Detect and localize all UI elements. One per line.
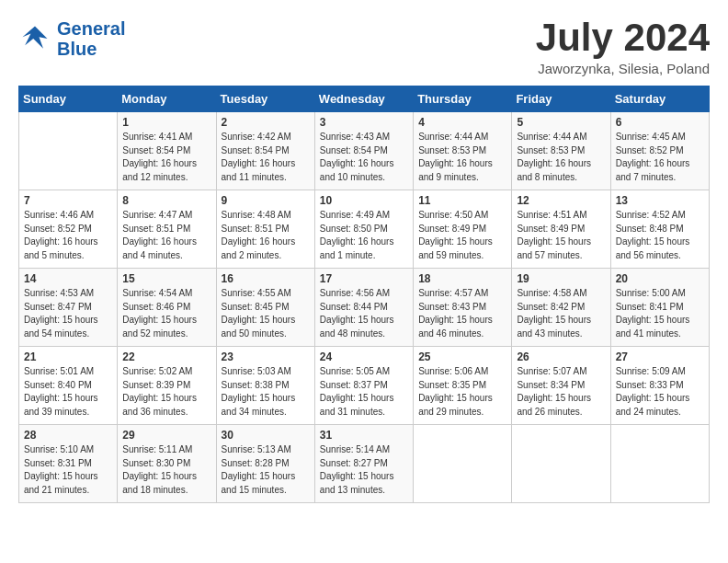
day-number: 25 — [418, 350, 506, 363]
day-info: Sunrise: 4:51 AM Sunset: 8:49 PM Dayligh… — [517, 209, 605, 262]
day-number: 13 — [616, 194, 704, 207]
day-info: Sunrise: 5:09 AM Sunset: 8:33 PM Dayligh… — [616, 365, 704, 419]
calendar-cell: 23Sunrise: 5:03 AM Sunset: 8:38 PM Dayli… — [216, 347, 314, 425]
day-info: Sunrise: 4:45 AM Sunset: 8:52 PM Dayligh… — [616, 131, 704, 184]
day-info: Sunrise: 4:48 AM Sunset: 8:51 PM Dayligh… — [222, 209, 310, 262]
weekday-header: Saturday — [610, 86, 709, 112]
day-number: 18 — [418, 272, 506, 285]
day-info: Sunrise: 5:02 AM Sunset: 8:39 PM Dayligh… — [122, 365, 210, 419]
calendar-cell: 11Sunrise: 4:50 AM Sunset: 8:49 PM Dayli… — [414, 190, 512, 269]
day-info: Sunrise: 4:55 AM Sunset: 8:45 PM Dayligh… — [222, 287, 310, 340]
day-info: Sunrise: 4:58 AM Sunset: 8:42 PM Dayligh… — [517, 287, 605, 340]
day-number: 10 — [320, 194, 408, 207]
day-number: 23 — [222, 350, 310, 363]
day-number: 19 — [517, 272, 605, 285]
day-number: 17 — [320, 272, 408, 285]
day-info: Sunrise: 5:03 AM Sunset: 8:38 PM Dayligh… — [222, 365, 310, 419]
calendar-week-row: 1Sunrise: 4:41 AM Sunset: 8:54 PM Daylig… — [19, 112, 710, 190]
weekday-header: Thursday — [414, 86, 512, 112]
day-number: 30 — [222, 429, 310, 442]
day-number: 11 — [418, 194, 506, 207]
day-info: Sunrise: 4:52 AM Sunset: 8:48 PM Dayligh… — [616, 209, 704, 262]
calendar-cell — [414, 425, 512, 503]
day-info: Sunrise: 4:42 AM Sunset: 8:54 PM Dayligh… — [222, 131, 310, 184]
svg-marker-0 — [23, 27, 48, 49]
day-info: Sunrise: 5:05 AM Sunset: 8:37 PM Dayligh… — [320, 365, 408, 419]
day-number: 5 — [517, 116, 605, 129]
calendar-cell — [610, 425, 709, 503]
location: Jaworzynka, Silesia, Poland — [536, 61, 710, 76]
day-info: Sunrise: 5:07 AM Sunset: 8:34 PM Dayligh… — [517, 365, 605, 419]
calendar-week-row: 21Sunrise: 5:01 AM Sunset: 8:40 PM Dayli… — [19, 347, 710, 425]
day-number: 22 — [122, 350, 210, 363]
calendar-cell: 4Sunrise: 4:44 AM Sunset: 8:53 PM Daylig… — [414, 112, 512, 190]
calendar-cell: 22Sunrise: 5:02 AM Sunset: 8:39 PM Dayli… — [118, 347, 216, 425]
day-number: 26 — [517, 350, 605, 363]
calendar-cell — [19, 112, 118, 190]
page-header: General Blue July 2024 Jaworzynka, Siles… — [18, 18, 710, 76]
calendar-cell: 30Sunrise: 5:13 AM Sunset: 8:28 PM Dayli… — [216, 425, 314, 503]
day-number: 1 — [122, 116, 210, 129]
day-info: Sunrise: 4:43 AM Sunset: 8:54 PM Dayligh… — [320, 131, 408, 184]
calendar-cell: 12Sunrise: 4:51 AM Sunset: 8:49 PM Dayli… — [512, 190, 610, 269]
day-info: Sunrise: 4:44 AM Sunset: 8:53 PM Dayligh… — [517, 131, 605, 184]
calendar-cell: 19Sunrise: 4:58 AM Sunset: 8:42 PM Dayli… — [512, 269, 610, 347]
day-number: 28 — [24, 429, 112, 442]
day-number: 3 — [320, 116, 408, 129]
logo-icon — [18, 22, 51, 55]
logo: General Blue — [18, 18, 125, 59]
calendar-cell — [512, 425, 610, 503]
day-info: Sunrise: 4:46 AM Sunset: 8:52 PM Dayligh… — [24, 209, 112, 262]
calendar-cell: 31Sunrise: 5:14 AM Sunset: 8:27 PM Dayli… — [314, 425, 413, 503]
day-number: 20 — [616, 272, 704, 285]
weekday-header: Monday — [118, 86, 216, 112]
calendar-cell: 6Sunrise: 4:45 AM Sunset: 8:52 PM Daylig… — [610, 112, 709, 190]
day-number: 8 — [122, 194, 210, 207]
calendar-table: SundayMondayTuesdayWednesdayThursdayFrid… — [18, 86, 710, 503]
calendar-cell: 3Sunrise: 4:43 AM Sunset: 8:54 PM Daylig… — [314, 112, 413, 190]
day-info: Sunrise: 4:54 AM Sunset: 8:46 PM Dayligh… — [122, 287, 210, 340]
month-title: July 2024 — [536, 18, 710, 57]
day-info: Sunrise: 4:53 AM Sunset: 8:47 PM Dayligh… — [24, 287, 112, 340]
day-info: Sunrise: 4:50 AM Sunset: 8:49 PM Dayligh… — [418, 209, 506, 262]
day-number: 2 — [222, 116, 310, 129]
calendar-cell: 24Sunrise: 5:05 AM Sunset: 8:37 PM Dayli… — [314, 347, 413, 425]
weekday-header: Sunday — [19, 86, 118, 112]
day-number: 4 — [418, 116, 506, 129]
day-number: 27 — [616, 350, 704, 363]
weekday-header: Wednesday — [314, 86, 413, 112]
calendar-week-row: 7Sunrise: 4:46 AM Sunset: 8:52 PM Daylig… — [19, 190, 710, 269]
calendar-cell: 13Sunrise: 4:52 AM Sunset: 8:48 PM Dayli… — [610, 190, 709, 269]
weekday-header: Friday — [512, 86, 610, 112]
day-info: Sunrise: 4:44 AM Sunset: 8:53 PM Dayligh… — [418, 131, 506, 184]
day-number: 6 — [616, 116, 704, 129]
calendar-cell: 5Sunrise: 4:44 AM Sunset: 8:53 PM Daylig… — [512, 112, 610, 190]
day-number: 14 — [24, 272, 112, 285]
day-number: 24 — [320, 350, 408, 363]
calendar-cell: 21Sunrise: 5:01 AM Sunset: 8:40 PM Dayli… — [19, 347, 118, 425]
calendar-cell: 28Sunrise: 5:10 AM Sunset: 8:31 PM Dayli… — [19, 425, 118, 503]
day-number: 9 — [222, 194, 310, 207]
weekday-header: Tuesday — [216, 86, 314, 112]
day-info: Sunrise: 5:06 AM Sunset: 8:35 PM Dayligh… — [418, 365, 506, 419]
day-info: Sunrise: 5:14 AM Sunset: 8:27 PM Dayligh… — [320, 443, 408, 497]
day-number: 16 — [222, 272, 310, 285]
calendar-cell: 27Sunrise: 5:09 AM Sunset: 8:33 PM Dayli… — [610, 347, 709, 425]
calendar-cell: 10Sunrise: 4:49 AM Sunset: 8:50 PM Dayli… — [314, 190, 413, 269]
day-number: 7 — [24, 194, 112, 207]
calendar-cell: 26Sunrise: 5:07 AM Sunset: 8:34 PM Dayli… — [512, 347, 610, 425]
day-info: Sunrise: 5:00 AM Sunset: 8:41 PM Dayligh… — [616, 287, 704, 340]
day-info: Sunrise: 4:56 AM Sunset: 8:44 PM Dayligh… — [320, 287, 408, 340]
day-info: Sunrise: 5:01 AM Sunset: 8:40 PM Dayligh… — [24, 365, 112, 419]
weekday-header-row: SundayMondayTuesdayWednesdayThursdayFrid… — [19, 86, 710, 112]
logo-text: General Blue — [57, 18, 125, 59]
calendar-cell: 17Sunrise: 4:56 AM Sunset: 8:44 PM Dayli… — [314, 269, 413, 347]
calendar-cell: 29Sunrise: 5:11 AM Sunset: 8:30 PM Dayli… — [118, 425, 216, 503]
calendar-cell: 9Sunrise: 4:48 AM Sunset: 8:51 PM Daylig… — [216, 190, 314, 269]
calendar-cell: 8Sunrise: 4:47 AM Sunset: 8:51 PM Daylig… — [118, 190, 216, 269]
day-info: Sunrise: 4:49 AM Sunset: 8:50 PM Dayligh… — [320, 209, 408, 262]
calendar-week-row: 28Sunrise: 5:10 AM Sunset: 8:31 PM Dayli… — [19, 425, 710, 503]
calendar-cell: 18Sunrise: 4:57 AM Sunset: 8:43 PM Dayli… — [414, 269, 512, 347]
calendar-cell: 20Sunrise: 5:00 AM Sunset: 8:41 PM Dayli… — [610, 269, 709, 347]
calendar-cell: 1Sunrise: 4:41 AM Sunset: 8:54 PM Daylig… — [118, 112, 216, 190]
